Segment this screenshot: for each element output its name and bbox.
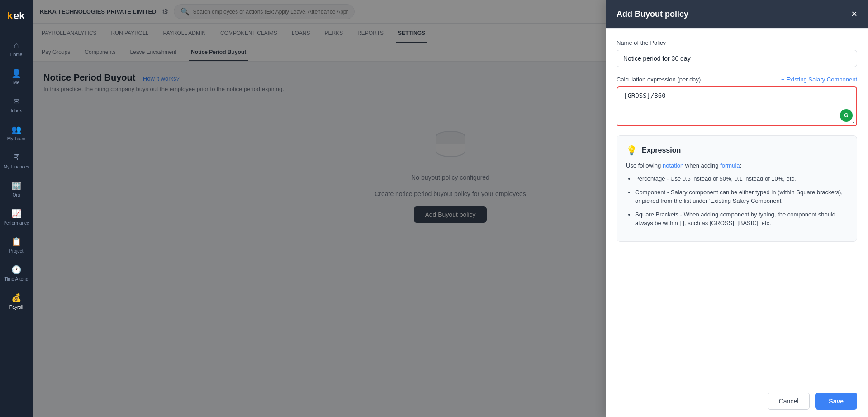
team-icon: 👥 [11,125,21,134]
sidebar-item-home[interactable]: ⌂ Home [0,36,33,62]
cancel-button[interactable]: Cancel [768,393,810,410]
policy-name-label: Name of the Policy [617,39,857,46]
sidebar-item-payroll[interactable]: 💰 Payroll [0,288,33,315]
svg-text:eka: eka [14,10,25,21]
sidebar-label-payroll: Payroll [9,305,24,310]
save-button[interactable]: Save [815,393,857,410]
calc-expression-group: Calculation expression (per day) + Exist… [617,76,857,126]
modal-close-button[interactable]: × [851,9,857,19]
expression-header: 💡 Expression [626,145,848,156]
sidebar-item-inbox[interactable]: ✉ Inbox [0,92,33,118]
modal-title: Add Buyout policy [617,10,688,19]
sidebar-label-myteam: My Team [7,136,25,142]
sidebar: k eka ⌂ Home 👤 Me ✉ Inbox 👥 My Team ₹ My… [0,0,33,417]
sidebar-label-project: Project [9,249,23,254]
sidebar-item-org[interactable]: 🏢 Org [0,176,33,202]
svg-text:k: k [7,10,13,21]
modal-body: Name of the Policy Calculation expressio… [606,29,868,385]
expression-item-0: Percentage - Use 0.5 instead of 50%, 0.1… [635,174,848,183]
finances-icon: ₹ [14,153,19,163]
sidebar-label-home: Home [10,52,23,58]
calc-header: Calculation expression (per day) + Exist… [617,76,857,83]
calc-label: Calculation expression (per day) [617,76,701,83]
performance-icon: 📈 [11,209,21,219]
sidebar-label-performance: Performance [3,220,29,226]
sidebar-item-project[interactable]: 📋 Project [0,232,33,259]
org-icon: 🏢 [11,181,21,191]
inbox-icon: ✉ [13,96,20,106]
expression-list: Percentage - Use 0.5 instead of 50%, 0.1… [626,174,848,228]
bulb-icon: 💡 [626,145,637,156]
sidebar-label-timeattend: Time Attend [5,277,28,282]
sidebar-item-timeattend[interactable]: 🕐 Time Attend [0,260,33,287]
modal-header: Add Buyout policy × [606,0,868,29]
project-icon: 📋 [11,237,21,247]
sidebar-item-myteam[interactable]: 👥 My Team [0,120,33,146]
expression-subtitle: Use following notation when adding formu… [626,162,848,169]
home-icon: ⌂ [14,41,19,50]
payroll-icon: 💰 [11,293,21,303]
sidebar-item-myfinances[interactable]: ₹ My Finances [0,148,33,174]
expression-title: Expression [642,146,681,154]
existing-salary-link[interactable]: + Existing Salary Component [781,76,857,83]
calc-expression-input[interactable]: [GROSS]/360 [617,87,856,124]
policy-name-group: Name of the Policy [617,39,857,67]
sidebar-label-inbox: Inbox [11,108,22,114]
expression-item-1: Component - Salary component can be eith… [635,188,848,206]
sidebar-item-performance[interactable]: 📈 Performance [0,204,33,230]
modal-panel: Add Buyout policy × Name of the Policy C… [606,0,868,417]
sidebar-item-me[interactable]: 👤 Me [0,64,33,90]
calc-textarea-wrapper: [GROSS]/360 G [617,86,857,126]
sidebar-label-myfinances: My Finances [4,164,29,170]
grammarly-icon: G [840,109,853,122]
me-icon: 👤 [11,68,21,78]
policy-name-input[interactable] [617,50,857,67]
app-logo: k eka [4,5,29,27]
expression-item-2: Square Brackets - When adding component … [635,210,848,228]
sidebar-label-org: Org [13,192,20,198]
expression-info-box: 💡 Expression Use following notation when… [617,135,857,242]
sidebar-label-me: Me [13,80,19,86]
modal-footer: Cancel Save [606,385,868,417]
time-icon: 🕐 [11,265,21,275]
